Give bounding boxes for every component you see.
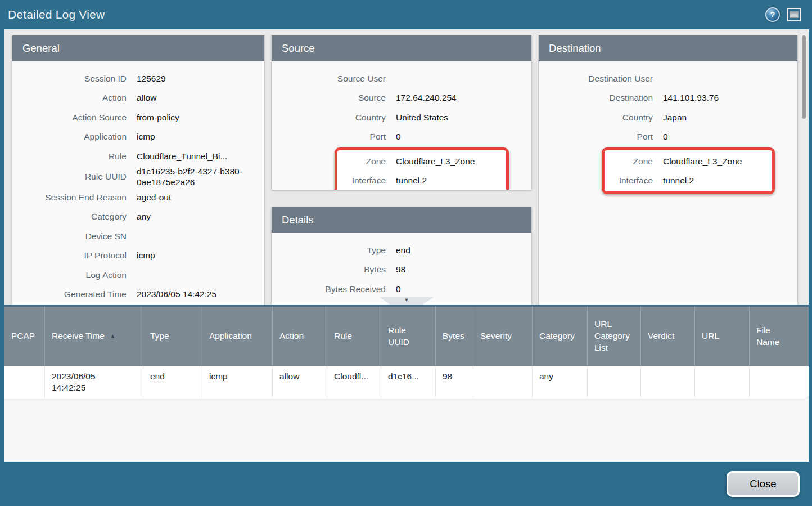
field-label: Bytes [272,264,386,275]
field-value: 0 [396,284,531,294]
field-value: 2023/06/05 14:42:25 [137,289,264,299]
field-row-port: Port0 [272,127,531,147]
zone-interface-highlight: ZoneCloudflare_L3_ZoneInterfacetunnel.2 [602,147,775,194]
titlebar-icons: ? [765,7,801,22]
column-label: Receive Time [52,330,105,342]
dialog-titlebar: Detailed Log View ? [0,0,812,29]
column-header-url[interactable]: URL [695,307,750,366]
general-panel: General Session ID125629ActionallowActio… [12,35,264,305]
field-label: Generated Time [12,289,127,299]
field-row-zone: ZoneCloudflare_L3_Zone [337,151,506,171]
column-header-verdict[interactable]: Verdict [641,307,695,366]
source-panel-header: Source [272,35,531,61]
field-row-zone: ZoneCloudflare_L3_Zone [605,151,772,171]
close-button[interactable]: Close [727,471,800,497]
dialog-content: General Session ID125629ActionallowActio… [4,29,809,462]
column-label: Rule [334,330,352,342]
field-label: Country [272,112,386,123]
column-label: Action [279,330,304,342]
column-header-rule[interactable]: Rule [327,307,381,366]
field-row-type: Typeend [272,240,531,260]
column-header-application[interactable]: Application [202,307,273,366]
field-label: Device SN [12,231,127,241]
column-label: Bytes [443,330,464,342]
field-row-bytes: Bytes98 [272,260,531,280]
general-panel-body: Session ID125629ActionallowAction Source… [12,61,264,304]
column-label: Application [209,330,252,342]
field-value: end [396,245,531,256]
field-row-device-sn: Device SN [12,226,264,246]
field-value: any [137,211,264,222]
field-value: Japan [663,112,797,123]
field-value: tunnel.2 [663,175,772,186]
field-row-ip-protocol: IP Protocolicmp [12,246,264,266]
cell-url-category-list [588,366,641,398]
field-row-category: Categoryany [12,207,264,227]
field-row-session-id: Session ID125629 [12,69,264,88]
vertical-scrollbar-track[interactable] [799,29,809,305]
field-value: 98 [396,264,531,275]
field-value: Cloudflare_L3_Zone [396,156,506,167]
field-row-source: Source172.64.240.254 [272,88,531,108]
column-header-pcap[interactable]: PCAP [4,307,45,366]
cell-pcap [4,366,45,398]
field-row-rule: RuleCloudflare_Tunnel_Bi... [12,146,264,166]
field-label: Port [272,131,386,142]
log-table-body: 2023/06/05 14:42:25endicmpallowCloudfl..… [4,366,809,398]
column-label: URL Category List [594,319,630,354]
field-value: 0 [663,131,797,142]
cell-application: icmp [202,366,273,398]
field-row-application: Applicationicmp [12,127,264,147]
column-header-rule-uuid[interactable]: Rule UUID [381,307,436,366]
zone-interface-highlight: ZoneCloudflare_L3_ZoneInterfacetunnel.2 [335,147,509,190]
column-header-category[interactable]: Category [533,307,588,366]
window-restore-icon[interactable] [787,8,801,21]
field-label: Port [539,131,653,142]
cell-action: allow [273,366,327,398]
column-label: Type [150,330,169,342]
cell-severity [473,366,533,398]
field-label: Application [12,131,127,142]
cell-url [695,366,750,398]
column-label: Verdict [648,330,674,342]
field-row-action-source: Action Sourcefrom-policy [12,108,264,127]
cell-bytes: 98 [436,366,473,398]
field-value: icmp [137,250,264,261]
field-label: Interface [337,175,386,186]
destination-panel-header: Destination [539,35,797,61]
field-row-action: Actionallow [12,88,264,108]
column-label: File Name [756,325,779,348]
log-table-row[interactable]: 2023/06/05 14:42:25endicmpallowCloudfl..… [4,366,809,398]
field-row-destination: Destination141.101.93.76 [539,88,797,108]
vertical-scrollbar-thumb[interactable] [802,35,806,119]
help-glyph: ? [770,10,775,19]
field-label: Session End Reason [12,192,127,203]
cell-verdict [641,366,695,398]
cell-receive-time: 2023/06/05 14:42:25 [45,366,143,398]
field-value: tunnel.2 [396,175,506,186]
field-label: Bytes Received [272,284,386,294]
field-label: Rule [12,151,127,162]
column-label: PCAP [11,330,35,342]
field-value: 125629 [137,73,264,84]
field-row-interface: Interfacetunnel.2 [605,171,772,191]
help-icon[interactable]: ? [765,7,780,22]
cell-file-name [750,366,808,398]
column-header-url-category-list[interactable]: URL Category List [588,307,641,366]
field-value: d1c16235-b2f2-4327-b380-0ae1875e2a26 [137,166,264,188]
field-label: Session ID [12,73,127,84]
field-label: Action Source [12,112,127,123]
general-panel-header: General [12,35,264,61]
page-title: Detailed Log View [8,8,765,21]
column-header-receive-time[interactable]: Receive Time▲ [45,307,143,366]
field-row-rule-uuid: Rule UUIDd1c16235-b2f2-4327-b380-0ae1875… [12,166,264,188]
column-header-severity[interactable]: Severity [473,307,533,366]
field-value: from-policy [137,112,264,123]
column-header-file-name[interactable]: File Name [750,307,808,366]
field-row-country: CountryJapan [539,108,797,127]
field-row-generated-time: Generated Time2023/06/05 14:42:25 [12,285,264,305]
column-header-action[interactable]: Action [273,307,327,366]
field-label: IP Protocol [12,250,127,261]
column-header-bytes[interactable]: Bytes [436,307,473,366]
column-header-type[interactable]: Type [143,307,202,366]
